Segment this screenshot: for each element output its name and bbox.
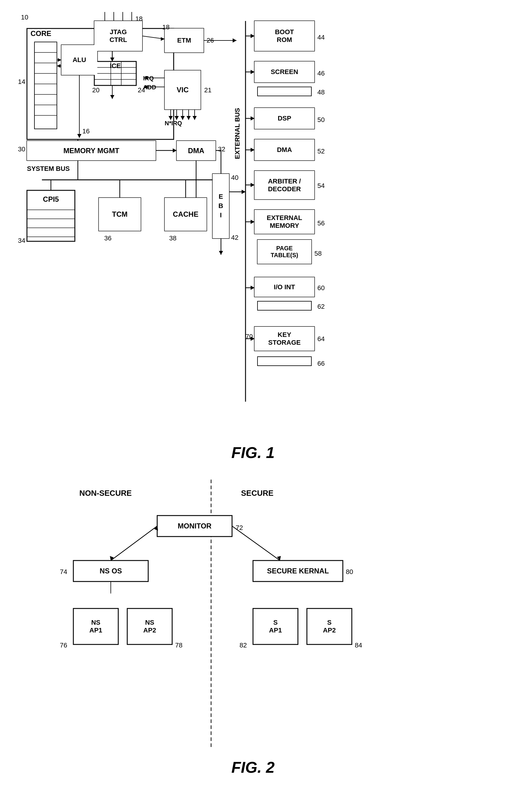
alu-box: ALU	[61, 45, 97, 75]
svg-marker-39	[169, 116, 173, 120]
svg-marker-89	[251, 70, 254, 74]
svg-marker-47	[192, 116, 197, 120]
io-int-label: I/O INT	[274, 283, 295, 291]
io-int-box: I/O INT	[254, 277, 314, 297]
svg-marker-87	[251, 34, 254, 38]
ref-54: 54	[317, 182, 325, 190]
ref-16: 16	[82, 127, 90, 135]
ref-40: 40	[231, 174, 238, 182]
cpi5-label: CPI5	[43, 195, 59, 204]
svg-marker-41	[175, 116, 179, 120]
fig1-diagram: 10 CORE 14 JTAG CTRL 18 ETM 18 26 ALU IC…	[18, 12, 491, 437]
svg-marker-114	[277, 556, 281, 560]
nirq-label: N*IRQ	[165, 120, 182, 127]
svg-marker-93	[251, 148, 254, 152]
vic-label: VIC	[177, 86, 189, 94]
ice-box: ICE	[94, 61, 136, 70]
ref-84: 84	[355, 641, 362, 649]
secure-label: SECURE	[241, 489, 273, 498]
fig2-diagram: NON-SECURE SECURE MONITOR 72 NS OS 74 SE…	[44, 480, 462, 749]
ns-os-box: NS OS	[73, 560, 148, 582]
arbiter-box: ARBITER / DECODER	[254, 171, 314, 199]
tcm-label: TCM	[112, 210, 128, 218]
add-label: ADD	[143, 84, 156, 91]
ref-44: 44	[317, 33, 325, 41]
ref-82: 82	[240, 641, 247, 649]
non-secure-label: NON-SECURE	[79, 489, 132, 498]
dma-outer-label: DMA	[277, 146, 292, 154]
dsp-box: DSP	[254, 108, 314, 129]
alu-label: ALU	[73, 56, 86, 64]
ref-36: 36	[104, 234, 111, 242]
secure-kernal-label: SECURE KERNAL	[267, 567, 329, 575]
core-label: CORE	[30, 29, 51, 38]
ref-38: 38	[169, 234, 176, 242]
ref-20: 20	[92, 86, 99, 94]
ref-21: 21	[204, 86, 212, 94]
ref-32: 32	[218, 145, 225, 153]
svg-marker-24	[57, 64, 61, 68]
tcm-box: TCM	[99, 198, 141, 231]
cache-box: CACHE	[165, 198, 206, 231]
ref-60: 60	[317, 284, 325, 292]
svg-marker-111	[110, 556, 114, 560]
ref-56: 56	[317, 219, 325, 227]
ref-78: 78	[175, 641, 182, 649]
ice-label: ICE	[110, 62, 121, 70]
svg-rect-85	[257, 357, 311, 366]
dsp-label: DSP	[277, 115, 291, 122]
s-ap2-box: S AP2	[307, 608, 352, 645]
ref-34: 34	[18, 237, 25, 245]
ref-14: 14	[18, 78, 25, 86]
ref-52: 52	[317, 147, 325, 155]
boot-rom-box: BOOT ROM	[254, 21, 314, 51]
svg-marker-22	[58, 58, 61, 62]
monitor-label: MONITOR	[178, 522, 212, 530]
ref-80: 80	[346, 568, 353, 576]
ref-64: 64	[317, 335, 325, 343]
etm-label: ETM	[177, 37, 191, 44]
ns-ap1-box: NS AP1	[73, 608, 118, 645]
ref-62: 62	[317, 303, 325, 311]
ref-42: 42	[231, 234, 238, 242]
ns-ap1-label: NS AP1	[90, 619, 102, 634]
ref-66: 66	[317, 360, 325, 367]
svg-marker-91	[251, 116, 254, 121]
key-storage-box: KEY STORAGE	[254, 327, 314, 351]
svg-marker-95	[251, 183, 254, 187]
svg-marker-52	[173, 148, 177, 152]
svg-marker-26	[77, 134, 81, 138]
memory-mgmt-box: MEMORY MGMT	[27, 141, 156, 160]
ref-74: 74	[60, 568, 67, 576]
dma-inner-label: DMA	[188, 147, 204, 155]
arbiter-label: ARBITER / DECODER	[268, 178, 301, 193]
svg-rect-83	[257, 301, 311, 310]
svg-marker-43	[180, 116, 185, 120]
page: 10 CORE 14 JTAG CTRL 18 ETM 18 26 ALU IC…	[0, 0, 506, 788]
ref-70: 70	[246, 333, 253, 340]
s-ap1-box: S AP1	[253, 608, 298, 645]
ext-memory-box: EXTERNAL MEMORY	[254, 210, 314, 234]
ref-50: 50	[317, 116, 325, 124]
ref-48: 48	[317, 88, 325, 96]
ns-ap2-box: NS AP2	[127, 608, 172, 645]
svg-marker-20	[110, 58, 114, 61]
fig1-label: FIG. 1	[18, 444, 488, 462]
dma-outer-box: DMA	[254, 139, 314, 160]
system-bus-label: SYSTEM BUS	[27, 165, 70, 173]
ns-ap2-label: NS AP2	[144, 619, 156, 634]
cpi5-box: CPI5	[27, 190, 75, 208]
ref-72: 72	[236, 524, 243, 532]
irq-label: IRQ	[143, 75, 154, 82]
ref-76: 76	[60, 641, 67, 649]
svg-marker-29	[110, 95, 114, 99]
ebi-label: E B I	[219, 192, 223, 220]
monitor-box: MONITOR	[157, 516, 232, 537]
boot-rom-label: BOOT ROM	[275, 28, 294, 44]
dma-inner-box: DMA	[177, 141, 216, 160]
ebi-box: E B I	[213, 174, 229, 238]
memory-mgmt-label: MEMORY MGMT	[64, 147, 119, 155]
ref-10: 10	[21, 13, 28, 21]
svg-line-30	[142, 36, 165, 39]
cache-label: CACHE	[173, 210, 198, 218]
